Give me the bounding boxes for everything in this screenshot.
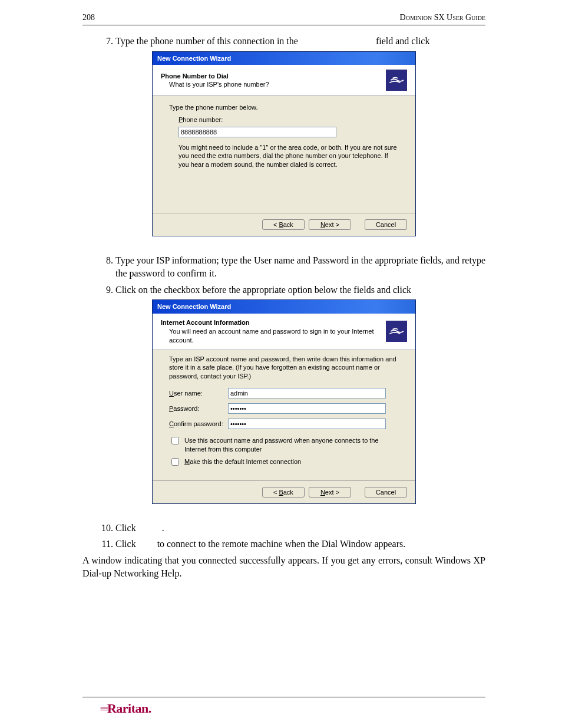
- raritan-logo: ≡≡Raritan.: [100, 701, 151, 716]
- page-number: 208: [82, 13, 95, 22]
- password-input[interactable]: [228, 403, 386, 414]
- confirm-password-input[interactable]: [228, 419, 386, 429]
- guide-title: Dominion SX User Guide: [400, 13, 485, 22]
- wizard-titlebar: New Connection Wizard: [153, 52, 415, 65]
- wizard-instruction: Type an ISP account name and password, t…: [169, 355, 399, 381]
- step-10: Click .: [115, 522, 485, 535]
- default-connection-label: Make this the default Internet connectio…: [184, 457, 301, 466]
- back-button[interactable]: < Back: [262, 487, 305, 498]
- back-button[interactable]: < Back: [262, 219, 305, 230]
- connection-icon: [386, 70, 407, 91]
- default-connection-checkbox[interactable]: [171, 458, 179, 466]
- after-text: A window indicating that you connected s…: [82, 554, 485, 579]
- wizard-header-subtitle: What is your ISP's phone number?: [161, 80, 386, 89]
- step-7-text-a: Type the phone number of this connection…: [115, 36, 298, 46]
- step-11: Click to connect to the remote machine w…: [115, 538, 485, 551]
- step-10-text-a: Click: [115, 523, 136, 533]
- wizard-account-info: New Connection Wizard Internet Account I…: [152, 299, 416, 504]
- phone-number-label: hone number:: [183, 116, 223, 123]
- step-8: Type your ISP information; type the User…: [115, 254, 485, 279]
- cancel-button[interactable]: Cancel: [365, 487, 407, 498]
- step-7-text-b: field and click: [376, 36, 430, 46]
- wizard-phone-number: New Connection Wizard Phone Number to Di…: [152, 51, 416, 237]
- confirm-password-label: onfirm password:: [174, 420, 223, 427]
- phone-number-input[interactable]: [178, 127, 336, 137]
- next-button[interactable]: Next >: [309, 487, 351, 498]
- username-label: ser name:: [174, 390, 203, 397]
- password-label: assword:: [173, 405, 199, 412]
- step-11-text-b: to connect to the remote machine when th…: [157, 539, 406, 549]
- wizard-header-title: Phone Number to Dial: [161, 72, 386, 81]
- username-input[interactable]: [228, 388, 386, 398]
- step-10-text-b: .: [162, 523, 164, 533]
- wizard-instruction: Type the phone number below.: [169, 103, 399, 112]
- connection-icon: [386, 321, 407, 342]
- cancel-button[interactable]: Cancel: [365, 219, 407, 230]
- use-account-label: Use this account name and password when …: [184, 436, 399, 454]
- logo-text: Raritan.: [107, 701, 151, 716]
- step-9: Click on the checkbox before the appropr…: [115, 284, 485, 297]
- use-account-checkbox[interactable]: [171, 437, 179, 444]
- step-11-text-a: Click: [115, 539, 136, 549]
- wizard-header-title: Internet Account Information: [161, 318, 386, 327]
- wizard-note: You might need to include a "1" or the a…: [178, 143, 399, 169]
- wizard-titlebar: New Connection Wizard: [153, 300, 415, 314]
- next-button[interactable]: Next >: [309, 219, 351, 230]
- step-7: Type the phone number of this connection…: [115, 35, 485, 48]
- wizard-header-subtitle: You will need an account name and passwo…: [161, 327, 386, 345]
